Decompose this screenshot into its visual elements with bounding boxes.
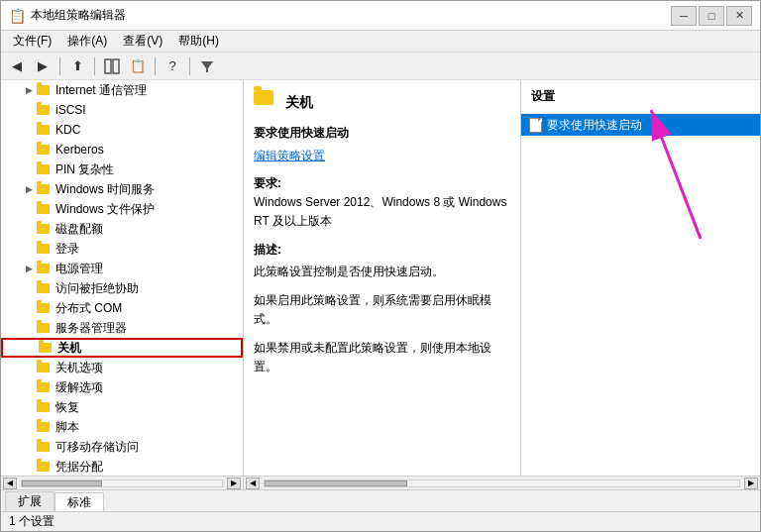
minimize-button[interactable]: ─ bbox=[671, 6, 697, 26]
close-button[interactable]: ✕ bbox=[726, 6, 752, 26]
tree-item-kdc[interactable]: ▶ KDC bbox=[1, 120, 243, 140]
settings-item-label: 要求使用快速启动 bbox=[547, 117, 642, 134]
hscroll-left-btn[interactable]: ◀ bbox=[3, 478, 17, 489]
tree-item-disk-quota[interactable]: ▶ 磁盘配额 bbox=[1, 219, 243, 239]
folder-icon bbox=[39, 340, 54, 356]
tree-item-label: Kerberos bbox=[55, 143, 104, 157]
hscroll-right-btn[interactable]: ▶ bbox=[227, 478, 241, 489]
panel-icon bbox=[104, 58, 120, 74]
menu-view[interactable]: 查看(V) bbox=[115, 31, 170, 52]
hscroll-track[interactable] bbox=[21, 479, 223, 487]
filter-button[interactable] bbox=[195, 55, 219, 77]
split-bottom-scroll: ◀ ▶ ◀ ▶ bbox=[1, 476, 760, 489]
window-title: 本地组策略编辑器 bbox=[31, 7, 671, 24]
hscroll-right-right-btn[interactable]: ▶ bbox=[744, 478, 758, 489]
maximize-button[interactable]: □ bbox=[699, 6, 724, 26]
status-bar: 1 个设置 bbox=[1, 511, 760, 531]
menu-help[interactable]: 帮助(H) bbox=[170, 31, 227, 52]
folder-icon bbox=[37, 379, 53, 395]
tree-item-access-denied[interactable]: ▶ 访问被拒绝协助 bbox=[1, 278, 243, 298]
tree-item-removable[interactable]: ▶ 可移动存储访问 bbox=[1, 437, 243, 457]
left-hscroll[interactable]: ◀ ▶ bbox=[1, 477, 244, 489]
tree-item-iscsi[interactable]: ▶ iSCSI bbox=[1, 100, 243, 120]
folder-icon bbox=[37, 419, 53, 435]
back-button[interactable]: ◀ bbox=[5, 55, 29, 77]
show-hide-button[interactable] bbox=[100, 55, 124, 77]
folder-icon bbox=[37, 439, 53, 455]
tree-item-label: 缓解选项 bbox=[55, 379, 103, 396]
title-bar: 📋 本地组策略编辑器 ─ □ ✕ bbox=[1, 1, 760, 31]
edit-policy-link[interactable]: 编辑策略设置 bbox=[254, 148, 325, 164]
tree-item-pin[interactable]: ▶ PIN 复杂性 bbox=[1, 160, 243, 179]
up-button[interactable]: ⬆ bbox=[65, 55, 89, 77]
tree-item-label: 恢复 bbox=[55, 399, 79, 416]
filter-icon bbox=[199, 58, 215, 74]
require-label: 要求: bbox=[254, 176, 281, 190]
tree-item-label: 访问被拒绝协助 bbox=[55, 280, 139, 297]
tree-item-internet[interactable]: ▶ Internet 通信管理 bbox=[1, 80, 243, 100]
toolbar-sep-2 bbox=[94, 57, 95, 75]
main-window: 📋 本地组策略编辑器 ─ □ ✕ 文件(F) 操作(A) 查看(V) 帮助(H)… bbox=[0, 0, 761, 532]
help-button[interactable]: ? bbox=[161, 55, 184, 77]
hscroll-right-track[interactable] bbox=[264, 479, 740, 487]
tree-item-mitigation[interactable]: ▶ 缓解选项 bbox=[1, 377, 243, 397]
copy-button[interactable]: 📋 bbox=[126, 55, 150, 77]
tree-item-scripts[interactable]: ▶ 脚本 bbox=[1, 417, 243, 437]
toolbar-sep-1 bbox=[59, 57, 60, 75]
tree-item-label: iSCSI bbox=[55, 103, 86, 117]
forward-button[interactable]: ▶ bbox=[31, 55, 54, 77]
window-controls: ─ □ ✕ bbox=[671, 6, 752, 26]
settings-list: 要求使用快速启动 bbox=[521, 114, 760, 476]
require-section-title: 要求使用快速启动 bbox=[254, 125, 510, 142]
tree-item-recovery[interactable]: ▶ 恢复 bbox=[1, 397, 243, 417]
folder-icon bbox=[37, 399, 53, 415]
desc-text-1: 此策略设置控制是否使用快速启动。 bbox=[254, 263, 510, 281]
tree-item-label: 磁盘配额 bbox=[55, 221, 103, 238]
folder-icon bbox=[37, 82, 53, 98]
tree-item-label: 凭据分配 bbox=[55, 459, 103, 476]
tree-item-credentials[interactable]: ▶ 凭据分配 bbox=[1, 457, 243, 476]
tree-item-label: 可移动存储访问 bbox=[55, 439, 139, 456]
folder-icon bbox=[37, 142, 53, 158]
tree-item-shutdown[interactable]: ▶ 关机 bbox=[1, 338, 243, 358]
tree-item-shutdown-options[interactable]: ▶ 关机选项 bbox=[1, 358, 243, 377]
expander-icon: ▶ bbox=[21, 181, 37, 197]
right-hscroll[interactable]: ◀ ▶ bbox=[244, 477, 760, 489]
toolbar-sep-3 bbox=[155, 57, 156, 75]
settings-panel: 设置 要求使用快速启动 bbox=[521, 80, 760, 476]
settings-item-fastboot[interactable]: 要求使用快速启动 bbox=[521, 114, 760, 136]
tree-item-label: KDC bbox=[55, 123, 80, 137]
tree-item-label: 登录 bbox=[55, 241, 79, 258]
folder-icon bbox=[37, 181, 53, 197]
tree-item-login[interactable]: ▶ 登录 bbox=[1, 239, 243, 259]
panel-folder-title: 关机 bbox=[285, 94, 313, 112]
menu-action[interactable]: 操作(A) bbox=[59, 31, 115, 52]
folder-icon bbox=[37, 102, 53, 118]
toolbar-sep-4 bbox=[189, 57, 190, 75]
folder-icon bbox=[37, 161, 53, 177]
menu-file[interactable]: 文件(F) bbox=[5, 31, 59, 52]
tree-item-windows-time[interactable]: ▶ Windows 时间服务 bbox=[1, 179, 243, 199]
folder-icon bbox=[37, 320, 53, 336]
expander-icon: ▶ bbox=[21, 82, 37, 98]
require-detail: 要求: Windows Server 2012、Windows 8 或 Wind… bbox=[254, 174, 510, 232]
tab-expand[interactable]: 扩展 bbox=[5, 491, 54, 511]
hscroll-right-left-btn[interactable]: ◀ bbox=[246, 478, 260, 489]
tree-item-power[interactable]: ▶ 电源管理 bbox=[1, 259, 243, 278]
right-panel-wrapper: 关机 要求使用快速启动 编辑策略设置 要求: Windows Server 20… bbox=[244, 80, 760, 476]
folder-icon-large bbox=[254, 90, 279, 105]
tree-item-kerberos[interactable]: ▶ Kerberos bbox=[1, 140, 243, 160]
tree-item-windows-file[interactable]: ▶ Windows 文件保护 bbox=[1, 199, 243, 219]
svg-rect-0 bbox=[105, 59, 111, 73]
tree-item-server-manager[interactable]: ▶ 服务器管理器 bbox=[1, 318, 243, 338]
folder-icon bbox=[37, 241, 53, 257]
panel-title-area: 关机 bbox=[254, 90, 510, 115]
tree-panel[interactable]: ▶ Internet 通信管理 ▶ iSCSI ▶ KDC ▶ Kerberos… bbox=[1, 80, 244, 476]
doc-icon bbox=[527, 117, 543, 133]
tree-item-dcom[interactable]: ▶ 分布式 COM bbox=[1, 298, 243, 318]
folder-icon bbox=[37, 201, 53, 217]
app-icon: 📋 bbox=[9, 8, 25, 24]
tab-standard[interactable]: 标准 bbox=[54, 492, 104, 512]
tree-item-label: 电源管理 bbox=[55, 261, 103, 277]
desc-text-enabled: 如果启用此策略设置，则系统需要启用休眠模式。 bbox=[254, 291, 510, 329]
